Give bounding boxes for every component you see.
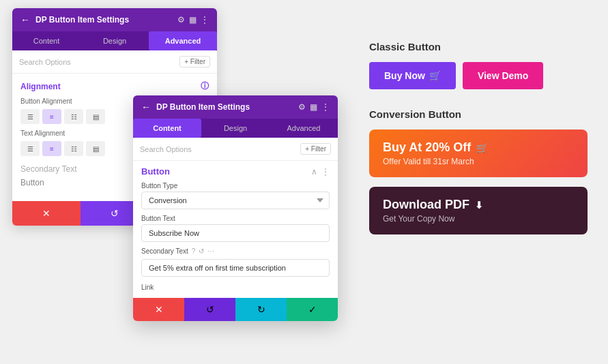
align-right-btn[interactable]: ☷ bbox=[64, 109, 83, 124]
download-button-main-text: Download PDF bbox=[383, 198, 574, 212]
secondary-reset-icon[interactable]: ↺ bbox=[199, 247, 204, 255]
download-button-sub-text: Get Your Copy Now bbox=[383, 214, 574, 224]
back-arrow-icon[interactable]: ← bbox=[20, 14, 30, 25]
text-align-right-btn[interactable]: ☷ bbox=[64, 141, 83, 156]
collapse-icon[interactable]: ∧ bbox=[311, 167, 317, 177]
search-row-front: Search Options + Filter bbox=[133, 138, 338, 161]
button-section-row: Button ∧ ⋮ bbox=[133, 161, 338, 179]
download-button[interactable]: Download PDF Get Your Copy Now bbox=[369, 187, 588, 234]
tab-design-front[interactable]: Design bbox=[201, 119, 270, 138]
conversion-button-sub-text: Offer Valid till 31sr March bbox=[383, 157, 574, 166]
columns-icon-front[interactable]: ▦ bbox=[310, 102, 317, 112]
section-more-icon[interactable]: ⋮ bbox=[321, 167, 330, 177]
panel-header-back: ← DP Button Item Settings ⚙ ▦ ⋮ bbox=[12, 8, 217, 31]
tab-advanced-back[interactable]: Advanced bbox=[149, 31, 217, 50]
button-section-name: Button bbox=[141, 166, 170, 177]
secondary-text-label-front: Secondary Text bbox=[141, 247, 188, 255]
align-center-btn[interactable]: ≡ bbox=[42, 109, 61, 124]
secondary-text-group bbox=[133, 256, 338, 279]
search-placeholder-front: Search Options bbox=[140, 145, 296, 153]
filter-button-front[interactable]: + Filter bbox=[300, 143, 331, 155]
button-type-label: Button Type bbox=[141, 182, 330, 189]
panel-header-front: ← DP Button Item Settings ⚙ ▦ ⋮ bbox=[133, 95, 338, 119]
secondary-more-icon[interactable]: ⋯ bbox=[207, 247, 214, 255]
link-label: Link bbox=[141, 284, 154, 291]
view-demo-button[interactable]: View Demo bbox=[463, 62, 543, 89]
settings-panel-front: ← DP Button Item Settings ⚙ ▦ ⋮ Content … bbox=[133, 95, 338, 321]
footer-save-btn-front[interactable]: ✓ bbox=[287, 298, 338, 321]
secondary-text-label-row: Secondary Text ? ↺ ⋯ bbox=[133, 245, 338, 256]
download-icon bbox=[475, 198, 483, 212]
cart-icon bbox=[429, 70, 441, 81]
tab-content-back[interactable]: Content bbox=[12, 31, 81, 50]
more-icon[interactable]: ⋮ bbox=[201, 15, 209, 25]
button-section-icons: ∧ ⋮ bbox=[311, 167, 330, 177]
more-icon-front[interactable]: ⋮ bbox=[321, 102, 330, 112]
conversion-button-main-text: Buy At 20% Off bbox=[383, 140, 574, 155]
align-justify-btn[interactable]: ▤ bbox=[86, 109, 105, 124]
tab-content-front[interactable]: Content bbox=[133, 119, 201, 138]
link-label-row: Link bbox=[133, 279, 338, 294]
button-text-label: Button Text bbox=[141, 215, 330, 222]
header-icons-front: ⚙ ▦ ⋮ bbox=[298, 102, 330, 112]
button-text-group: Button Text bbox=[133, 212, 338, 245]
secondary-info-icon[interactable]: ? bbox=[192, 247, 196, 255]
tab-advanced-front[interactable]: Advanced bbox=[270, 119, 338, 138]
footer-reset-btn-front[interactable]: ↺ bbox=[184, 298, 235, 321]
search-row-back: Search Options + Filter bbox=[12, 50, 217, 74]
tab-design-back[interactable]: Design bbox=[81, 31, 149, 50]
panel-title-front: DP Button Item Settings bbox=[156, 102, 293, 112]
back-arrow-icon-front[interactable]: ← bbox=[141, 102, 151, 112]
align-left-btn[interactable]: ☰ bbox=[20, 109, 40, 124]
button-text-input[interactable] bbox=[141, 224, 330, 242]
button-type-group: Button Type Conversion bbox=[133, 179, 338, 212]
footer-redo-btn-front[interactable]: ↻ bbox=[235, 298, 287, 321]
secondary-text-input[interactable] bbox=[141, 259, 330, 277]
footer-cancel-btn-back[interactable]: ✕ bbox=[12, 201, 81, 226]
classic-section-title: Classic Button bbox=[369, 41, 588, 52]
settings-icon[interactable]: ⚙ bbox=[177, 15, 185, 25]
text-align-left-btn[interactable]: ☰ bbox=[20, 141, 40, 156]
classic-buttons-row: Buy Now View Demo bbox=[369, 62, 588, 89]
alignment-section-title: Alignment ⓘ bbox=[20, 80, 209, 92]
text-align-justify-btn[interactable]: ▤ bbox=[86, 141, 105, 156]
preview-area: Classic Button Buy Now View Demo Convers… bbox=[369, 41, 588, 234]
columns-icon[interactable]: ▦ bbox=[189, 15, 197, 25]
text-align-center-btn[interactable]: ≡ bbox=[42, 141, 61, 156]
header-icons-back: ⚙ ▦ ⋮ bbox=[177, 15, 209, 25]
button-type-select[interactable]: Conversion bbox=[141, 192, 330, 209]
panel-title-back: DP Button Item Settings bbox=[35, 15, 172, 25]
conversion-button[interactable]: Buy At 20% Off Offer Valid till 31sr Mar… bbox=[369, 130, 588, 177]
panel-tabs-back: Content Design Advanced bbox=[12, 31, 217, 50]
footer-cancel-btn-front[interactable]: ✕ bbox=[133, 298, 184, 321]
buy-now-label: Buy Now bbox=[384, 70, 425, 81]
conversion-cart-icon bbox=[476, 140, 488, 155]
section-chevron-icon[interactable]: ⓘ bbox=[201, 80, 209, 92]
buy-now-button[interactable]: Buy Now bbox=[369, 62, 456, 89]
filter-button-back[interactable]: + Filter bbox=[179, 56, 210, 67]
settings-icon-front[interactable]: ⚙ bbox=[298, 102, 306, 112]
panel-footer-front: ✕ ↺ ↻ ✓ bbox=[133, 298, 338, 321]
panel-tabs-front: Content Design Advanced bbox=[133, 119, 338, 138]
search-placeholder-back: Search Options bbox=[19, 58, 175, 66]
conversion-section-title: Conversion Button bbox=[369, 108, 588, 120]
view-demo-label: View Demo bbox=[478, 70, 528, 81]
